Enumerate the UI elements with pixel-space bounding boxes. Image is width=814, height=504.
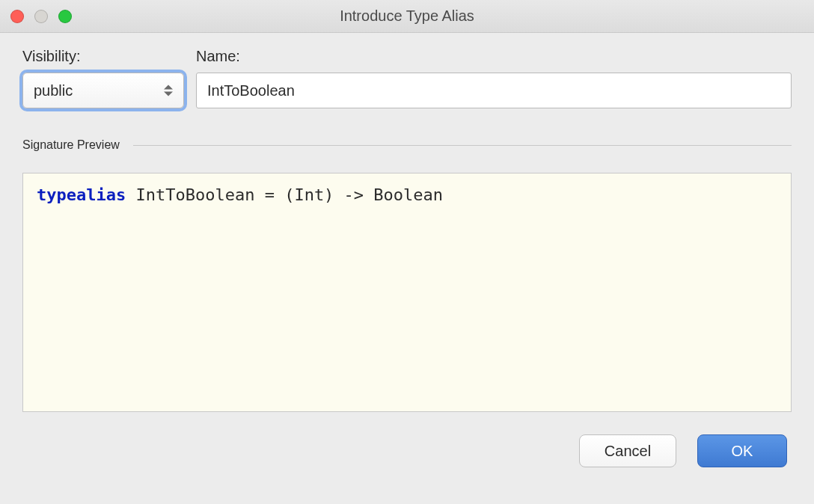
visibility-field: Visibility: public (22, 48, 184, 108)
name-input[interactable]: IntToBoolean (196, 73, 792, 108)
window-controls (10, 0, 72, 32)
visibility-label: Visibility: (22, 48, 184, 65)
button-bar: Cancel OK (22, 434, 792, 467)
visibility-value: public (34, 82, 73, 99)
signature-preview-label: Signature Preview (22, 138, 120, 152)
cancel-button-label: Cancel (605, 443, 651, 460)
signature-preview-pane: typealias IntToBoolean = (Int) -> Boolea… (22, 173, 792, 412)
name-field: Name: IntToBoolean (196, 48, 792, 108)
window-title: Introduce Type Alias (340, 7, 474, 25)
form-row: Visibility: public Name: IntToBoolean (22, 48, 792, 108)
ok-button-label: OK (732, 443, 753, 460)
cancel-button[interactable]: Cancel (579, 434, 676, 467)
visibility-combobox[interactable]: public (22, 73, 184, 108)
titlebar: Introduce Type Alias (0, 0, 814, 33)
keyword-typealias: typealias (37, 185, 126, 204)
preview-rest: IntToBoolean = (Int) -> Boolean (126, 185, 443, 204)
name-input-value: IntToBoolean (207, 82, 295, 99)
minimize-icon (34, 10, 48, 23)
chevron-updown-icon (164, 85, 173, 96)
zoom-icon[interactable] (58, 10, 72, 23)
signature-preview-header: Signature Preview (22, 138, 792, 152)
ok-button[interactable]: OK (697, 434, 787, 467)
dialog-body: Visibility: public Name: IntToBoolean Si… (0, 33, 814, 467)
divider (133, 145, 792, 146)
name-label: Name: (196, 48, 792, 65)
close-icon[interactable] (10, 10, 24, 23)
